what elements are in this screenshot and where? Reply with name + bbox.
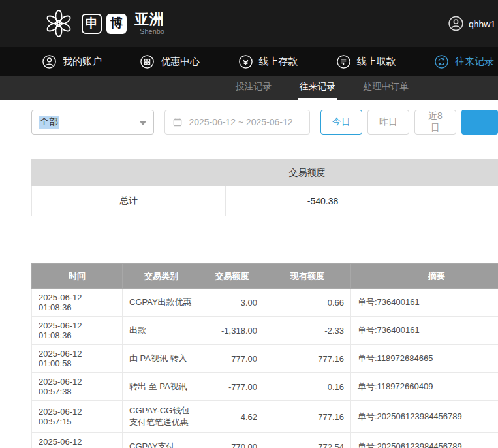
nav-item-promo-center[interactable]: 优惠中心 bbox=[140, 54, 200, 69]
brand-char-bo: 博 bbox=[106, 14, 127, 34]
today-button[interactable]: 今日 bbox=[320, 110, 362, 135]
username-text: qhhw1 bbox=[469, 18, 495, 29]
summary-total-label: 总计 bbox=[32, 186, 226, 216]
tab-label: 往来记录 bbox=[300, 81, 336, 93]
top-header-bar: 申 博 亚洲 Shenbo qhhw1 bbox=[0, 0, 498, 47]
quick-date-buttons: 今日 昨日 近8日 bbox=[320, 110, 456, 135]
summary-empty-cell bbox=[420, 186, 498, 216]
summary-total-row: 总计 -540.38 bbox=[32, 186, 498, 216]
table-cell: -777.00 bbox=[200, 373, 264, 401]
nav-item-my-account[interactable]: 我的账户 bbox=[42, 54, 102, 69]
last-8-days-button[interactable]: 近8日 bbox=[414, 110, 456, 135]
table-cell: 由 PA视讯 转入 bbox=[123, 345, 200, 373]
transactions-header-row: 时间交易类别交易额度现有额度摘要 bbox=[32, 264, 498, 289]
main-nav-bar: 我的账户 优惠中心 线上存款 线上 bbox=[0, 47, 498, 76]
date-range-value: 2025-06-12 ~ 2025-06-12 bbox=[189, 117, 292, 127]
table-cell: 2025-06-12 01:08:36 bbox=[32, 289, 123, 317]
table-cell: 772.54 bbox=[264, 433, 351, 448]
sub-nav-tabs: 投注记录 往来记录 处理中订单 bbox=[234, 76, 411, 100]
brand-char-bo-text: 博 bbox=[110, 15, 123, 32]
table-cell: 777.16 bbox=[264, 401, 351, 433]
table-cell: 2025-06-12 00:57:15 bbox=[32, 401, 123, 433]
flower-logo-icon bbox=[43, 8, 74, 39]
brand-logo[interactable]: 申 博 亚洲 Shenbo bbox=[43, 8, 164, 39]
table-cell: 2025-06-12 01:00:58 bbox=[32, 345, 123, 373]
table-cell: 3.00 bbox=[200, 289, 264, 317]
table-cell: 2025-06-12 01:08:36 bbox=[32, 317, 123, 345]
table-column-header: 摘要 bbox=[351, 264, 498, 289]
table-cell: 0.66 bbox=[264, 289, 351, 317]
table-column-header: 时间 bbox=[32, 264, 123, 289]
table-row: 2025-06-12 01:08:36CGPAY出款优惠3.000.66单号:7… bbox=[32, 289, 498, 317]
table-cell: CGPAY-CG钱包支付笔笔送优惠 bbox=[123, 401, 200, 433]
date-range-input[interactable]: 2025-06-12 ~ 2025-06-12 bbox=[164, 110, 310, 135]
yesterday-button[interactable]: 昨日 bbox=[367, 110, 409, 135]
table-cell: 单号:118972684665 bbox=[351, 345, 498, 373]
tab-betting-records[interactable]: 投注记录 bbox=[234, 76, 273, 100]
table-row: 2025-06-12 01:08:36出款-1,318.00-2.33单号:73… bbox=[32, 317, 498, 345]
brand-char-shen-text: 申 bbox=[86, 15, 98, 32]
table-column-header: 现有额度 bbox=[264, 264, 351, 289]
table-cell: 2025-06-12 00:57:38 bbox=[32, 373, 123, 401]
tab-transaction-records[interactable]: 往来记录 bbox=[298, 76, 337, 100]
summary-table: 交易额度 总计 -540.38 bbox=[31, 159, 498, 216]
selected-type-value: 全部 bbox=[39, 116, 59, 129]
transactions-table: 时间交易类别交易额度现有额度摘要 2025-06-12 01:08:36CGPA… bbox=[31, 263, 498, 448]
table-cell: 转出 至 PA视讯 bbox=[123, 373, 200, 401]
table-column-header: 交易额度 bbox=[200, 264, 264, 289]
table-cell: 2025-06-12 00:57:15 bbox=[32, 433, 123, 448]
transactions-body: 2025-06-12 01:08:36CGPAY出款优惠3.000.66单号:7… bbox=[32, 289, 498, 448]
promo-icon bbox=[140, 54, 155, 69]
account-icon bbox=[42, 54, 57, 69]
brand-subtitle: Shenbo bbox=[140, 27, 164, 35]
table-cell: -2.33 bbox=[264, 317, 351, 345]
table-cell: 单号:736400161 bbox=[351, 317, 498, 345]
user-icon bbox=[448, 16, 464, 32]
filter-toolbar: 全部 2025-06-12 ~ 2025-06-12 今日 昨日 近8日 bbox=[31, 110, 498, 135]
table-cell: 单号:118972660409 bbox=[351, 373, 498, 401]
table-row: 2025-06-12 01:00:58由 PA视讯 转入777.00777.16… bbox=[32, 345, 498, 373]
table-cell: 777.16 bbox=[264, 345, 351, 373]
nav-item-online-withdraw[interactable]: 线上取款 bbox=[336, 54, 396, 69]
brand-char-shen: 申 bbox=[82, 14, 102, 34]
summary-header-cell: 交易额度 bbox=[32, 160, 498, 186]
nav-item-label: 优惠中心 bbox=[161, 56, 200, 68]
deposit-icon bbox=[238, 54, 253, 69]
transaction-type-select[interactable]: 全部 bbox=[31, 110, 154, 135]
table-cell: 单号:202506123984456789 bbox=[351, 401, 498, 433]
summary-header-row: 交易额度 bbox=[32, 160, 498, 186]
nav-item-label: 线上存款 bbox=[259, 56, 298, 68]
nav-item-label: 线上取款 bbox=[357, 56, 396, 68]
tab-pending-orders[interactable]: 处理中订单 bbox=[362, 76, 411, 100]
table-cell: CGPAY出款优惠 bbox=[123, 289, 200, 317]
caret-down-icon bbox=[140, 121, 146, 125]
summary-total-value: -540.38 bbox=[226, 186, 420, 216]
table-cell: 单号:202506123984456789 bbox=[351, 433, 498, 448]
table-cell: 0.16 bbox=[264, 373, 351, 401]
query-button[interactable] bbox=[461, 110, 498, 135]
sub-nav-bar: 投注记录 往来记录 处理中订单 bbox=[0, 76, 498, 100]
user-account-menu[interactable]: qhhw1 bbox=[448, 16, 495, 32]
nav-item-label: 我的账户 bbox=[63, 56, 102, 68]
nav-item-online-deposit[interactable]: 线上存款 bbox=[238, 54, 298, 69]
table-cell: CGPAY支付 bbox=[123, 433, 200, 448]
table-cell: 4.62 bbox=[200, 401, 264, 433]
table-cell: 单号:736400161 bbox=[351, 289, 498, 317]
records-icon bbox=[434, 54, 449, 69]
withdraw-icon bbox=[336, 54, 351, 69]
table-row: 2025-06-12 00:57:15CGPAY支付770.00772.54单号… bbox=[32, 433, 498, 448]
nav-item-transaction-records[interactable]: 往来记录 bbox=[434, 54, 494, 69]
nav-item-label: 往来记录 bbox=[455, 56, 494, 68]
table-cell: -1,318.00 bbox=[200, 317, 264, 345]
calendar-icon bbox=[172, 117, 183, 127]
table-cell: 777.00 bbox=[200, 345, 264, 373]
tab-label: 投注记录 bbox=[236, 81, 272, 93]
table-cell: 770.00 bbox=[200, 433, 264, 448]
tab-label: 处理中订单 bbox=[364, 81, 409, 93]
table-column-header: 交易类别 bbox=[123, 264, 200, 289]
brand-region-text: 亚洲 bbox=[134, 12, 164, 27]
table-row: 2025-06-12 00:57:38转出 至 PA视讯-777.000.16单… bbox=[32, 373, 498, 401]
table-row: 2025-06-12 00:57:15CGPAY-CG钱包支付笔笔送优惠4.62… bbox=[32, 401, 498, 433]
table-cell: 出款 bbox=[123, 317, 200, 345]
brand-region-block: 亚洲 Shenbo bbox=[134, 12, 164, 35]
